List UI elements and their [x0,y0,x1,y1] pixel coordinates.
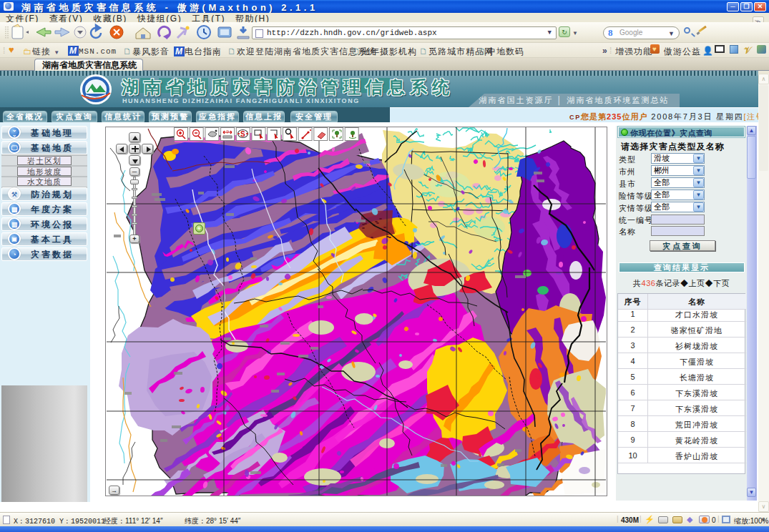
svg-text:S: S [240,130,245,138]
svg-text:?: ? [226,129,229,134]
